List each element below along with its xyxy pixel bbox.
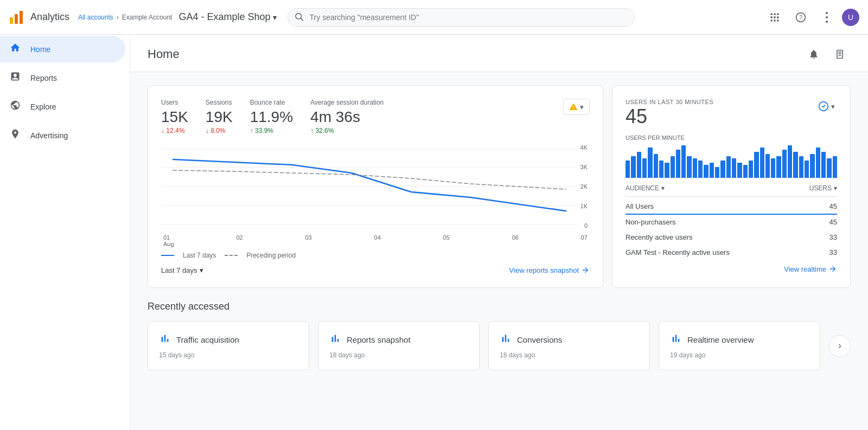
audience-row-name: Recently active users [626,233,693,241]
bar [626,161,630,178]
bar-chart-icon [500,332,512,347]
bar [821,152,826,178]
audience-label-text: AUDIENCE [626,184,659,192]
bar-chart-icon [159,332,171,347]
recently-card-name: Reports snapshot [347,335,411,344]
sidebar-item-home[interactable]: Home [0,36,125,62]
more-vert-icon-button[interactable] [816,7,838,28]
recently-card-name: Traffic acquisition [176,335,239,344]
main-layout: Home Reports Explore Advertising Home [0,35,868,430]
metrics-row: Users 15K ↓ 12.4% Sessions 19K ↓ 8.0% Bo… [161,99,384,134]
recently-accessed-card[interactable]: Conversions 18 days ago [488,321,650,370]
bar [793,152,797,178]
users-per-minute-label: USERS PER MINUTE [626,134,837,141]
view-realtime-label: View realtime [784,265,826,273]
chevron-down-icon: ▾ [661,184,665,192]
recently-card-name: Realtime overview [687,335,754,344]
header-actions [803,43,851,72]
bar [799,156,803,178]
bar [698,161,703,178]
recently-accessed-card[interactable]: Reports snapshot 18 days ago [318,321,480,370]
all-accounts-link[interactable]: All accounts [78,14,113,21]
svg-point-17 [826,16,828,18]
recently-accessed-more-button[interactable]: › [829,335,851,357]
recently-accessed-card[interactable]: Realtime overview 19 days ago [659,321,820,370]
audience-table-row[interactable]: Non-purchasers45 [626,215,837,230]
help-icon-button[interactable]: ? [790,7,812,28]
sidebar-item-advertising[interactable]: Advertising [0,122,125,149]
metric-users: Users 15K ↓ 12.4% [161,99,188,134]
realtime-top: USERS IN LAST 30 MINUTES 45 ▾ [626,99,837,132]
svg-point-18 [826,21,828,23]
users-label-text: USERS [809,184,832,192]
metric-duration-label: Average session duration [310,99,384,106]
svg-rect-12 [774,20,775,21]
date-range-selector[interactable]: Last 7 days ▾ [161,266,203,274]
bar [816,147,820,178]
users-dropdown[interactable]: USERS ▾ [809,184,837,192]
bar [771,158,775,178]
recently-accessed-card[interactable]: Traffic acquisition 15 days ago [148,321,309,370]
user-avatar[interactable]: U [842,9,859,26]
view-realtime-link[interactable]: View realtime [784,265,837,273]
realtime-label: USERS IN LAST 30 MINUTES [626,99,713,105]
metric-users-change: ↓ 12.4% [161,127,188,134]
realtime-value: 45 [626,105,713,128]
recently-card-time: 19 days ago [670,351,809,359]
svg-rect-1 [15,14,18,24]
date-range-label: Last 7 days [161,266,197,274]
bar [681,145,686,178]
search-icon [294,11,304,23]
metric-sessions-change: ↓ 8.0% [206,127,233,134]
notifications-icon-button[interactable] [803,43,825,65]
line-chart: 4K 3K 2K 1K 0 [161,143,590,230]
topbar-actions: ? U [764,7,859,28]
bar [788,145,792,178]
chart-legend: Last 7 days Preceding period [161,252,590,259]
audience-row-name: GAM Test - Recently active users [626,248,730,256]
sidebar-item-explore[interactable]: Explore [0,93,125,120]
bar [743,165,748,178]
metric-duration: Average session duration 4m 36s ↑ 32.6% [310,99,384,134]
recently-card-header: Realtime overview [670,332,809,347]
audience-row-count: 33 [829,248,837,256]
realtime-footer: View realtime [626,265,837,273]
recently-card-header: Reports snapshot [329,332,468,347]
sidebar-item-reports[interactable]: Reports [0,65,125,91]
compare-icon-button[interactable] [829,43,851,65]
sidebar-label-explore: Explore [30,102,56,111]
bar-chart-icon [329,332,341,347]
svg-rect-8 [771,16,773,18]
chevron-down-icon: ▾ [200,266,203,274]
recently-card-time: 18 days ago [329,351,468,359]
metric-bounce-label: Bounce rate [250,99,293,106]
svg-rect-5 [771,13,773,15]
apps-icon-button[interactable] [764,7,786,28]
realtime-options-button[interactable]: ▾ [816,99,837,114]
home-icon [9,42,22,56]
realtime-card: USERS IN LAST 30 MINUTES 45 ▾ USERS PER … [612,85,851,288]
card-footer: Last 7 days ▾ View reports snapshot [161,266,590,274]
view-reports-link[interactable]: View reports snapshot [509,266,590,274]
recently-accessed-section: Recently accessed Traffic acquisition 15… [148,301,851,370]
audience-table-row[interactable]: All Users45 [626,199,837,215]
svg-rect-10 [777,16,778,18]
property-selector[interactable]: GA4 - Example Shop ▾ [178,11,276,23]
bar [765,154,770,178]
audience-table-row[interactable]: Recently active users33 [626,230,837,245]
search-input[interactable] [288,8,635,27]
view-reports-link-label: View reports snapshot [509,266,579,274]
alert-button[interactable]: ▾ [563,99,590,115]
chevron-down-icon: ▾ [580,103,584,111]
account-name[interactable]: Example Account [122,14,173,21]
audience-row-count: 45 [829,218,837,226]
legend-solid-line [161,255,174,256]
audience-table-row[interactable]: GAM Test - Recently active users33 [626,245,837,260]
bar [693,158,697,178]
bar [737,163,742,178]
bar [833,156,837,178]
bar [687,156,691,178]
recently-card-name: Conversions [517,335,562,344]
audience-dropdown[interactable]: AUDIENCE ▾ [626,184,665,192]
table-divider [626,196,837,197]
